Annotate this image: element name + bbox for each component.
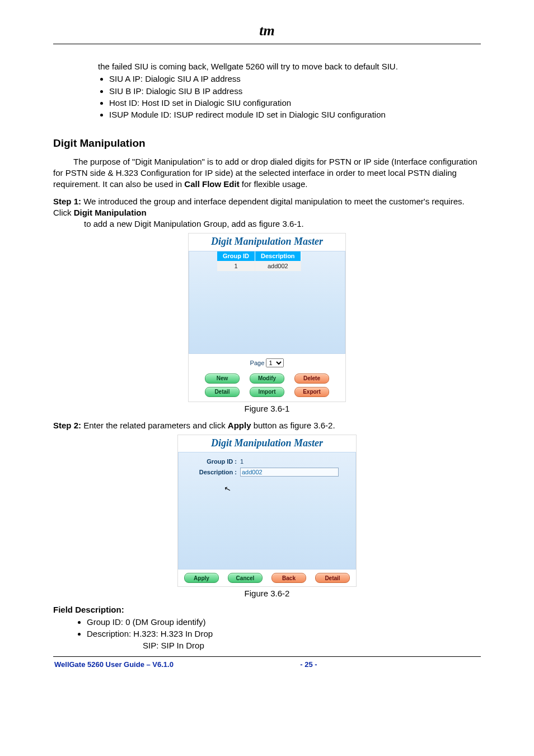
section-heading-digit-manipulation: Digit Manipulation: [53, 136, 481, 151]
group-id-label: Group ID :: [189, 458, 240, 466]
apply-button[interactable]: Apply: [184, 573, 219, 583]
modify-button[interactable]: Modify: [250, 374, 284, 384]
import-button[interactable]: Import: [250, 387, 284, 397]
group-table: Group ID Description 1 add002: [217, 251, 301, 272]
footer-guide-title: WellGate 5260 User Guide – V6.1.0: [54, 660, 174, 669]
figure-3-6-1-caption: Figure 3.6-1: [53, 403, 481, 414]
page-label: Page: [250, 360, 265, 366]
table-row[interactable]: 1 add002: [217, 261, 301, 272]
document-body: the failed SIU is coming back, Wellgate …: [53, 61, 481, 652]
page-select[interactable]: 1: [266, 358, 284, 367]
field-description-bold: Field Description:: [53, 605, 124, 614]
group-id-value: 1: [240, 458, 243, 466]
footer-rule: [53, 656, 481, 657]
text: button as figure 3.6-2.: [251, 421, 335, 430]
table-area: Group ID Description 1 add002: [189, 251, 345, 354]
digit-manipulation-paragraph: The purpose of "Digit Manipulation" is t…: [53, 156, 481, 190]
export-button[interactable]: Export: [294, 387, 329, 397]
step-2: Step 2: Enter the related parameters and…: [53, 420, 481, 431]
detail-button[interactable]: Detail: [315, 573, 350, 583]
figure-3-6-2-caption: Figure 3.6-2: [53, 588, 481, 599]
step-1-body: to add a new Digit Manipulation Group, a…: [84, 218, 481, 230]
header-logo-row: tm: [53, 22, 481, 39]
header-rule: [53, 44, 481, 44]
cell-group-id: 1: [217, 261, 255, 272]
list-item: SIU B IP: Dialogic SIU B IP address: [109, 86, 481, 97]
footer-page-number: - 25 -: [300, 660, 317, 669]
list-item: SIU A IP: Dialogic SIU A IP address: [109, 73, 481, 85]
intro-continuation: the failed SIU is coming back, Wellgate …: [98, 61, 481, 72]
logo-icon: tm: [259, 22, 274, 39]
text: to add a new Digit Manipulation Group, a…: [84, 219, 304, 228]
text: for flexible usage.: [240, 179, 308, 189]
screenshot-digit-manipulation-master-form: Digit Manipulation Master Group ID : 1 D…: [177, 435, 357, 587]
col-header-description[interactable]: Description: [255, 251, 301, 261]
step-1: Step 1: We introduced the group and inte…: [53, 196, 481, 230]
apply-bold: Apply: [228, 421, 251, 430]
siu-bullet-list: SIU A IP: Dialogic SIU A IP address SIU …: [53, 73, 481, 120]
text: Enter the related parameters and click: [81, 421, 228, 430]
delete-button[interactable]: Delete: [294, 374, 329, 384]
new-button[interactable]: New: [205, 374, 240, 384]
screenshot-title: Digit Manipulation Master: [189, 234, 345, 250]
pager: Page 1: [189, 354, 345, 372]
screenshot-digit-manipulation-master-list: Digit Manipulation Master Group ID Descr…: [188, 233, 346, 402]
back-button[interactable]: Back: [271, 573, 306, 583]
step-2-label: Step 2:: [53, 421, 81, 430]
cell-description: add002: [255, 261, 301, 272]
digit-manipulation-bold: Digit Manipulation: [74, 208, 147, 217]
list-item: Description: H.323: H.323 In Drop: [87, 628, 481, 640]
screenshot-title: Digit Manipulation Master: [178, 435, 356, 452]
list-item: Group ID: 0 (DM Group identify): [87, 617, 481, 628]
cancel-button[interactable]: Cancel: [228, 573, 263, 583]
sip-note: SIP: SIP In Drop: [143, 640, 481, 651]
field-description-list: Group ID: 0 (DM Group identify) Descript…: [53, 617, 481, 640]
step-1-label: Step 1:: [53, 197, 81, 206]
call-flow-edit-bold: Call Flow Edit: [184, 179, 239, 189]
list-item: ISUP Module ID: ISUP redirect module ID …: [109, 109, 481, 120]
col-header-group-id[interactable]: Group ID: [217, 251, 255, 261]
list-item: Host ID: Host ID set in Dialogic SIU con…: [109, 97, 481, 109]
detail-button[interactable]: Detail: [205, 387, 240, 397]
field-description-heading: Field Description:: [53, 604, 481, 615]
description-input[interactable]: [240, 468, 339, 477]
description-label: Description :: [189, 468, 240, 477]
cursor-icon: ↖: [223, 483, 232, 495]
footer: WellGate 5260 User Guide – V6.1.0 - 25 -: [53, 660, 481, 669]
